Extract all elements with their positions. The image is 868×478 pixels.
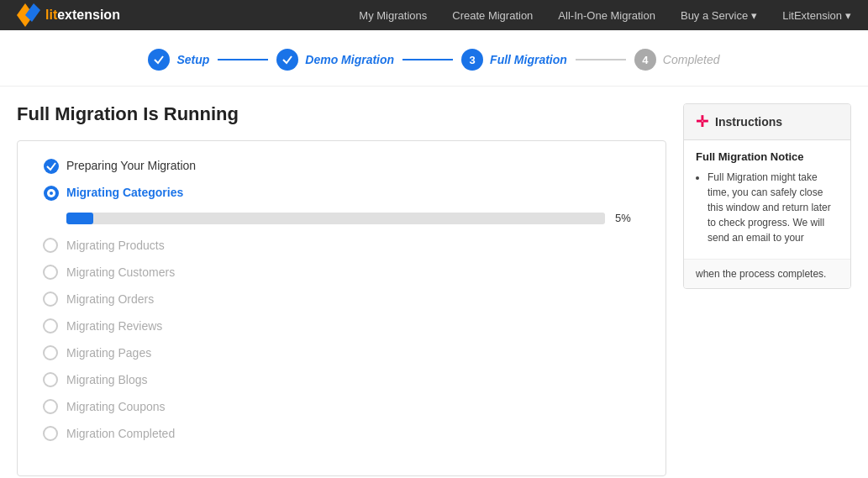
header: litextension My Migrations Create Migrat… <box>0 0 868 30</box>
content-area: Full Migration Is Running Preparing Your… <box>17 103 666 476</box>
logo-text: litextension <box>45 8 120 23</box>
migration-step-reviews: Migrating Reviews <box>43 318 640 334</box>
circle-icon-products <box>43 238 58 253</box>
migration-step-blogs: Migrating Blogs <box>43 372 640 387</box>
migration-step-coupons: Migrating Coupons <box>43 399 640 414</box>
sidebar: ✛ Instructions Full Migration Notice Ful… <box>683 103 851 476</box>
progress-row: 5% <box>66 212 640 224</box>
migration-step-categories: Migrating Categories <box>43 185 640 200</box>
migration-step-orders: Migrating Orders <box>43 292 640 307</box>
migration-step-pages: Migrating Pages <box>43 345 640 360</box>
migration-step-customers: Migrating Customers <box>43 265 640 280</box>
migration-step-label-customers: Migrating Customers <box>66 265 175 279</box>
step-connector-2 <box>402 59 453 60</box>
migration-step-label-pages: Migrating Pages <box>66 346 151 360</box>
chevron-down-icon: ▾ <box>845 9 851 22</box>
instructions-list-item: Full Migration might take time, you can … <box>708 170 839 245</box>
migration-step-label-coupons: Migrating Coupons <box>66 400 166 413</box>
migration-step-label-categories: Migrating Categories <box>66 186 183 199</box>
migration-step-migration-completed: Migration Completed <box>43 426 640 441</box>
step-label-setup: Setup <box>176 53 209 66</box>
instructions-box: ✛ Instructions Full Migration Notice Ful… <box>683 103 851 289</box>
svg-point-2 <box>44 159 59 174</box>
nav-buy-service[interactable]: Buy a Service ▾ <box>681 9 757 22</box>
step-circle-completed: 4 <box>634 49 656 71</box>
logo-icon <box>17 3 40 27</box>
step-full: 3 Full Migration <box>461 49 567 71</box>
step-setup: Setup <box>148 49 209 71</box>
instructions-list: Full Migration might take time, you can … <box>696 170 839 245</box>
nav: My Migrations Create Migration All-In-On… <box>359 9 851 22</box>
spinner-icon-categories <box>43 185 58 200</box>
nav-litextension[interactable]: LitExtension ▾ <box>782 9 851 22</box>
circle-icon-blogs <box>43 372 58 387</box>
circle-icon-coupons <box>43 399 58 414</box>
page-title: Full Migration Is Running <box>17 103 666 125</box>
check-icon-preparing <box>43 158 58 173</box>
migration-step-label-migration-completed: Migration Completed <box>66 427 175 440</box>
circle-icon-reviews <box>43 318 58 334</box>
circle-icon-orders <box>43 292 58 307</box>
circle-icon-pages <box>43 345 58 360</box>
step-connector-1 <box>218 59 268 60</box>
svg-point-5 <box>50 192 53 195</box>
step-circle-setup <box>148 49 170 71</box>
cross-icon: ✛ <box>696 113 708 131</box>
instructions-title: Instructions <box>715 115 782 129</box>
migration-step-preparing: Preparing Your Migration <box>43 158 640 173</box>
instructions-footer: when the process completes. <box>684 259 850 288</box>
main-content: Full Migration Is Running Preparing Your… <box>0 87 868 476</box>
migration-step-label-products: Migrating Products <box>66 239 165 252</box>
step-label-demo: Demo Migration <box>305 53 394 66</box>
migration-step-products: Migrating Products <box>43 238 640 253</box>
progress-bar-bg <box>66 213 605 224</box>
migration-panel: Preparing Your Migration Migrating Categ… <box>17 140 666 476</box>
logo: litextension <box>17 3 120 27</box>
progress-bar-fill <box>66 213 93 224</box>
step-circle-demo <box>276 49 298 71</box>
step-label-completed: Completed <box>663 53 720 66</box>
instructions-subtitle: Full Migration Notice <box>696 150 839 163</box>
step-connector-3 <box>576 59 626 60</box>
migration-step-label-reviews: Migrating Reviews <box>66 319 162 333</box>
step-demo: Demo Migration <box>276 49 394 71</box>
stepper: Setup Demo Migration 3 Full Migration 4 … <box>0 30 868 87</box>
nav-my-migrations[interactable]: My Migrations <box>359 9 427 22</box>
progress-percent: 5% <box>615 212 640 224</box>
nav-all-in-one[interactable]: All-In-One Migration <box>558 9 655 22</box>
nav-create-migration[interactable]: Create Migration <box>452 9 533 22</box>
circle-icon-migration-completed <box>43 426 58 441</box>
migration-step-label-orders: Migrating Orders <box>66 292 154 306</box>
migration-step-label-preparing: Preparing Your Migration <box>66 159 196 172</box>
chevron-down-icon: ▾ <box>751 9 757 22</box>
circle-icon-customers <box>43 265 58 280</box>
instructions-body: Full Migration Notice Full Migration mig… <box>684 140 850 259</box>
step-completed: 4 Completed <box>634 49 720 71</box>
step-circle-full: 3 <box>461 49 483 71</box>
migration-step-label-blogs: Migrating Blogs <box>66 373 148 386</box>
step-label-full: Full Migration <box>490 53 567 66</box>
instructions-header: ✛ Instructions <box>684 104 850 140</box>
